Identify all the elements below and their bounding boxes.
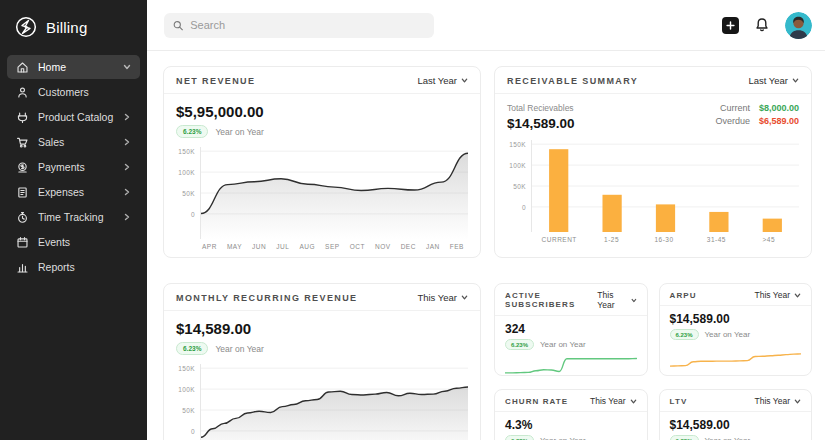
topbar-actions [722,12,812,39]
badge-row: 6.23% Year on Year [505,339,637,350]
search-input[interactable] [190,19,425,31]
sparkline-chart [670,345,802,369]
chevron-right-icon [123,113,131,121]
card-body: $14,589.00 6.23% Year on Year [660,306,812,340]
yoy-caption: Year on Year [540,436,586,440]
app-logo[interactable]: Billing [0,0,147,55]
mrr-value: $14,589.00 [176,320,468,337]
plus-icon [726,21,735,30]
card-title: NET REVENUE [176,76,255,86]
sidebar-item-label: Home [38,61,114,73]
sidebar-item-customers[interactable]: Customers [7,80,140,104]
yoy-badge: 6.23% [670,329,699,340]
current-overdue-block: Current $8,000.00 Overdue $6,589.00 [715,103,799,126]
mini-cards-grid: ACTIVE SUBSCRIBERS This Year 324 6.23% Y… [494,283,812,440]
period-label: This Year [755,290,790,300]
yoy-badge: 6.23% [176,125,208,138]
badge-row: 6.23% Year on Year [176,125,468,138]
period-label: This Year [597,290,626,310]
mrr-area-chart [201,364,468,440]
card-title: ARPU [670,291,697,300]
card-title: CHURN RATE [505,397,568,406]
y-tick: 50K [182,407,195,414]
sidebar-item-label: Product Catalog [38,111,114,123]
sidebar-item-label: Customers [38,86,131,98]
arpu-card: ARPU This Year $14,589.00 6.23% Year on … [659,283,813,376]
ltv-card: LTV This Year $14,589.00 6.23% Year on Y… [659,389,813,440]
chevron-down-icon [792,77,799,84]
cards-row-1: NET REVENUE Last Year $5,95,000.00 6.23%… [163,66,812,258]
x-tick: OCT [350,243,365,250]
total-receivables-value: $14,589.00 [507,116,575,131]
sidebar: Billing Home Customers Product Catalog S… [0,0,147,440]
churn-rate-value: 4.3% [505,418,637,432]
period-dropdown[interactable]: Last Year [748,75,799,86]
mrr-chart: 150K 100K 50K 0 [176,364,468,440]
sidebar-item-payments[interactable]: Payments [7,155,140,179]
card-title: MONTHLY RECURRING REVENUE [176,293,358,303]
search-box[interactable] [164,13,434,38]
chevron-down-icon [123,63,131,71]
plot-area [531,140,799,232]
total-receivables-label: Total Recievables [507,103,575,113]
payments-icon [16,161,29,174]
period-dropdown[interactable]: Last Year [417,75,468,86]
x-tick: SEP [325,243,340,250]
sidebar-item-home[interactable]: Home [7,55,140,79]
period-dropdown[interactable]: This Year [417,292,468,303]
period-dropdown[interactable]: This Year [597,290,636,310]
overdue-label: Overdue [715,116,750,126]
sidebar-item-expenses[interactable]: Expenses [7,180,140,204]
reports-chart-icon [16,261,29,274]
home-icon [16,61,29,74]
total-receivables: Total Recievables $14,589.00 [507,103,575,131]
badge-row: 6.23% Year on Year [505,435,637,440]
sidebar-item-label: Reports [38,261,131,273]
period-dropdown[interactable]: This Year [755,396,801,406]
sparkline-chart [505,352,637,376]
x-tick: JUN [252,243,266,250]
x-tick: CURRENT [533,236,585,243]
chevron-down-icon [794,292,801,299]
y-tick: 100K [509,162,526,169]
topbar [147,0,825,51]
y-tick: 0 [191,210,195,217]
card-body: 324 6.23% Year on Year [495,316,647,350]
y-tick: 150K [509,141,526,148]
current-value: $8,000.00 [759,103,799,113]
period-dropdown[interactable]: This Year [590,396,636,406]
sidebar-item-time-tracking[interactable]: Time Tracking [7,205,140,229]
overdue-value: $6,589.00 [759,116,799,126]
plot-area [200,364,468,440]
sidebar-item-sales[interactable]: Sales [7,130,140,154]
card-body: 4.3% 6.23% Year on Year [495,412,647,440]
x-tick: FEB [450,243,464,250]
sidebar-item-label: Payments [38,161,114,173]
cards-row-2: MONTHLY RECURRING REVENUE This Year $14,… [163,283,812,440]
period-dropdown[interactable]: This Year [755,290,801,300]
period-label: This Year [417,292,457,303]
chevron-right-icon [123,213,131,221]
chevron-down-icon [630,398,637,405]
yoy-caption: Year on Year [215,344,263,354]
yoy-caption: Year on Year [215,127,263,137]
sidebar-item-reports[interactable]: Reports [7,255,140,279]
card-body: $14,589.00 6.23% Year on Year [660,412,812,440]
quick-add-button[interactable] [722,17,739,34]
yoy-badge: 6.23% [176,342,208,355]
current-row: Current $8,000.00 [715,103,799,113]
yoy-badge: 6.23% [505,435,534,440]
card-header: CHURN RATE This Year [495,390,647,412]
chevron-down-icon [461,77,468,84]
notifications-bell-icon[interactable] [754,17,770,33]
x-tick: >45 [743,236,795,243]
sidebar-item-product-catalog[interactable]: Product Catalog [7,105,140,129]
events-calendar-icon [16,236,29,249]
y-tick: 0 [522,203,526,210]
chevron-right-icon [123,188,131,196]
avatar-image [785,12,812,39]
x-tick: AUG [299,243,315,250]
sidebar-item-events[interactable]: Events [7,230,140,254]
ltv-value: $14,589.00 [670,418,802,432]
user-avatar[interactable] [785,12,812,39]
